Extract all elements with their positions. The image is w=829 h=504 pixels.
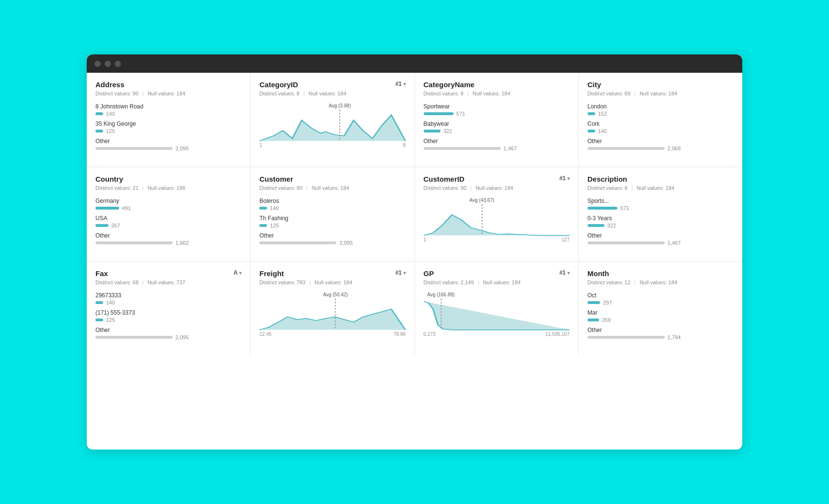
- dot-red: [94, 61, 101, 67]
- bar-value: 322: [443, 128, 452, 134]
- card-title-gp: GP: [424, 269, 434, 278]
- bar-value: 297: [603, 300, 612, 305]
- bar-value: 2,095: [339, 240, 353, 246]
- avg-label: Avg (166.89): [427, 292, 455, 297]
- bar-item: Other2,068: [588, 138, 734, 151]
- bar-row: 322: [424, 128, 570, 134]
- card-title-categoryid: CategoryID: [259, 80, 298, 89]
- bar-track: [259, 224, 267, 227]
- avg-label: Avg (50.42): [323, 292, 348, 297]
- card-categoryname: CategoryNameDistinct values: 8|Null valu…: [415, 73, 578, 167]
- bar-track: [588, 301, 600, 304]
- bar-value: 2,095: [175, 146, 189, 151]
- bar-value: 140: [270, 205, 279, 211]
- bar-item: Other1,467: [424, 138, 570, 151]
- bar-item: Other1,602: [95, 232, 241, 246]
- bar-value: 1,794: [668, 334, 681, 340]
- bar-track: [95, 241, 173, 244]
- bar-value: 322: [607, 223, 616, 228]
- main-window: AddressDistinct values: 90|Null values: …: [87, 54, 742, 450]
- bar-label: Other: [424, 138, 570, 145]
- dot-yellow: [105, 61, 111, 67]
- bar-value: 571: [620, 205, 629, 211]
- card-meta-month: Distinct values: 12|Null values: 184: [588, 279, 734, 285]
- bar-row: 125: [259, 223, 405, 228]
- bar-track: [588, 147, 665, 150]
- bar-track: [424, 112, 454, 115]
- bar-value: 2,095: [175, 334, 189, 340]
- bar-item: Sportwear571: [424, 103, 570, 117]
- card-fax: FaxA ▾Distinct values: 68|Null values: 7…: [87, 262, 250, 356]
- bar-row: 140: [259, 205, 405, 211]
- chart-customerid: Avg (43.67): [424, 198, 570, 236]
- bar-item: Th Fashing125: [259, 215, 405, 228]
- bar-row: 2,095: [259, 240, 405, 246]
- bar-row: 140: [588, 128, 734, 134]
- card-meta-categoryid: Distinct values: 8|Null values: 184: [259, 91, 405, 96]
- bar-label: USA: [95, 215, 241, 222]
- card-meta-categoryname: Distinct values: 8|Null values: 184: [424, 91, 570, 96]
- bar-label: Mar: [588, 309, 734, 316]
- card-description: DescriptionDistinct values: 8|Null value…: [579, 167, 742, 261]
- bar-row: 322: [588, 223, 734, 228]
- card-badge-gp[interactable]: #1 ▾: [559, 269, 569, 276]
- bar-value: 571: [456, 111, 465, 117]
- card-badge-fax[interactable]: A ▾: [234, 269, 242, 276]
- bar-item: 29673333140: [95, 292, 241, 305]
- card-title-customerid: CustomerID: [424, 175, 465, 183]
- bar-item: 8 Johnstown Road140: [95, 103, 241, 117]
- bar-label: 29673333: [95, 292, 241, 299]
- bar-label: Boleros: [259, 198, 405, 204]
- bar-value: 1,467: [668, 240, 681, 246]
- bar-label: 35 King George: [95, 120, 241, 127]
- card-freight: Freight#1 ▾Distinct values: 783|Null val…: [251, 262, 414, 356]
- bar-item: 35 King George125: [95, 120, 241, 134]
- bar-value: 125: [106, 128, 115, 134]
- chart-freight: Avg (50.42): [259, 292, 405, 331]
- card-title-categoryname: CategoryName: [424, 80, 475, 89]
- card-meta-city: Distinct values: 69|Null values: 184: [588, 91, 734, 96]
- bar-track: [588, 207, 617, 210]
- card-meta-description: Distinct values: 8|Null values: 184: [588, 185, 734, 191]
- card-month: MonthDistinct values: 12|Null values: 18…: [579, 262, 742, 356]
- bar-row: 269: [588, 317, 734, 323]
- bar-value: 1,602: [175, 240, 189, 246]
- bar-track: [588, 318, 599, 321]
- card-categoryid: CategoryID#1 ▾Distinct values: 8|Null va…: [251, 73, 414, 167]
- bar-label: 0-3 Years: [588, 215, 734, 222]
- bar-item: Other2,095: [259, 232, 405, 246]
- bar-value: 152: [598, 111, 607, 117]
- card-country: CountryDistinct values: 21|Null values: …: [87, 167, 250, 261]
- card-title-month: Month: [588, 269, 609, 278]
- bar-row: 2,095: [95, 334, 241, 340]
- bar-track: [95, 207, 119, 210]
- bar-track: [95, 318, 103, 321]
- bar-value: 269: [602, 317, 611, 323]
- card-badge-freight[interactable]: #1 ▾: [395, 269, 405, 276]
- bar-label: Sportwear: [424, 103, 570, 110]
- bar-item: Oct297: [588, 292, 734, 305]
- bar-label: (171) 555-3373: [95, 309, 241, 316]
- card-badge-categoryid[interactable]: #1 ▾: [395, 80, 405, 87]
- bar-label: Other: [588, 327, 734, 333]
- bar-label: Cork: [588, 120, 734, 127]
- card-title-address: Address: [95, 80, 124, 89]
- card-badge-customerid[interactable]: #1 ▾: [559, 175, 569, 182]
- avg-label: Avg (43.67): [469, 198, 495, 203]
- bar-label: Babywear: [424, 120, 570, 127]
- bar-item: Germany491: [95, 198, 241, 211]
- bar-label: Oct: [588, 292, 734, 299]
- bar-track: [259, 207, 267, 210]
- bar-label: Other: [588, 138, 734, 145]
- bar-item: Mar269: [588, 309, 734, 323]
- card-city: CityDistinct values: 69|Null values: 184…: [579, 73, 742, 167]
- bar-track: [424, 130, 441, 133]
- card-meta-gp: Distinct values: 2,149|Null values: 184: [424, 279, 570, 285]
- bar-value: 140: [598, 128, 607, 134]
- card-title-description: Description: [588, 175, 628, 183]
- bar-row: 1,794: [588, 334, 734, 340]
- bar-track: [588, 241, 665, 244]
- bar-row: 571: [424, 111, 570, 117]
- bar-row: 267: [95, 223, 241, 228]
- bar-track: [95, 130, 103, 133]
